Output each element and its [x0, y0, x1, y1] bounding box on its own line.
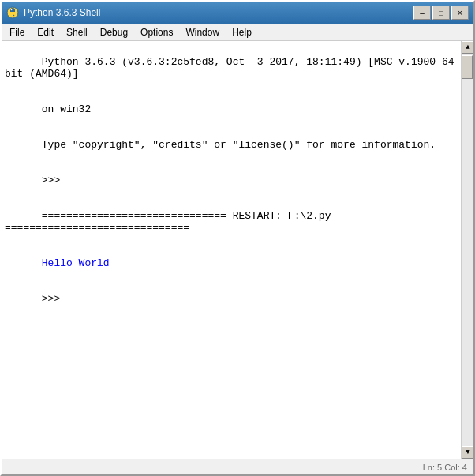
- scroll-down-button[interactable]: ▼: [462, 446, 473, 459]
- menu-shell[interactable]: Shell: [60, 24, 94, 40]
- menu-bar: File Edit Shell Debug Options Window Hel…: [2, 24, 473, 41]
- title-bar-buttons: – □ ×: [413, 6, 469, 20]
- scroll-up-button[interactable]: ▲: [462, 41, 473, 54]
- close-button[interactable]: ×: [451, 6, 469, 20]
- content-area: Python 3.6.3 (v3.6.3:2c5fed8, Oct 3 2017…: [2, 41, 473, 459]
- svg-point-1: [11, 9, 13, 11]
- svg-point-2: [13, 15, 15, 17]
- hello-world-output: Hello World: [42, 257, 110, 269]
- vertical-scrollbar[interactable]: ▲ ▼: [461, 41, 473, 459]
- startup-line3: Type "copyright", "credits" or "license(…: [42, 139, 436, 151]
- menu-debug[interactable]: Debug: [94, 24, 134, 40]
- menu-help[interactable]: Help: [226, 24, 258, 40]
- maximize-button[interactable]: □: [432, 6, 450, 20]
- title-bar-left: Python 3.6.3 Shell: [6, 6, 100, 19]
- menu-edit[interactable]: Edit: [31, 24, 60, 40]
- main-window: Python 3.6.3 Shell – □ × File Edit Shell…: [0, 0, 475, 476]
- startup-line1: Python 3.6.3 (v3.6.3:2c5fed8, Oct 3 2017…: [5, 56, 460, 80]
- menu-file[interactable]: File: [3, 24, 31, 40]
- window-title: Python 3.6.3 Shell: [24, 7, 100, 18]
- minimize-button[interactable]: –: [413, 6, 431, 20]
- menu-window[interactable]: Window: [179, 24, 226, 40]
- title-bar: Python 3.6.3 Shell – □ ×: [2, 2, 473, 24]
- startup-line2: on win32: [42, 103, 91, 115]
- scroll-track[interactable]: [462, 54, 473, 446]
- prompt1: >>>: [42, 174, 66, 186]
- cursor-position: Ln: 5 Col: 4: [423, 463, 467, 472]
- terminal-output[interactable]: Python 3.6.3 (v3.6.3:2c5fed8, Oct 3 2017…: [2, 41, 461, 459]
- python-icon: [6, 6, 19, 19]
- status-bar: Ln: 5 Col: 4: [2, 459, 473, 474]
- scroll-thumb[interactable]: [462, 55, 473, 79]
- prompt2: >>>: [42, 293, 66, 305]
- menu-options[interactable]: Options: [134, 24, 179, 40]
- separator-line: ============================== RESTART: …: [5, 210, 337, 234]
